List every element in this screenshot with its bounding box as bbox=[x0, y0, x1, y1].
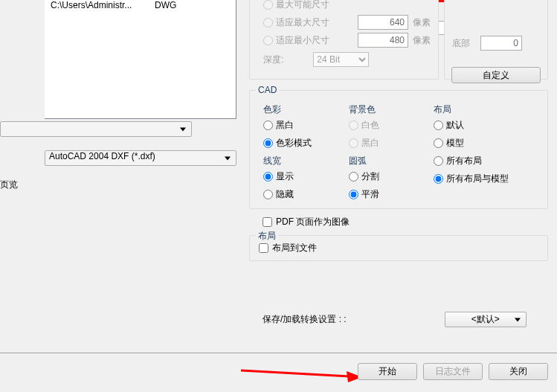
format-selected: AutoCAD 2004 DXF (*.dxf) bbox=[49, 151, 155, 161]
radio-fit-min[interactable] bbox=[263, 36, 273, 45]
pdf-as-image-row[interactable]: PDF 页面作为图像 bbox=[263, 216, 350, 228]
layout-title: 布局 bbox=[434, 103, 538, 116]
radio-arc-split[interactable] bbox=[349, 172, 358, 181]
radio-color-bw[interactable] bbox=[263, 121, 273, 130]
opt-layout-all[interactable]: 所有布局 bbox=[434, 153, 538, 168]
radio-layout-model[interactable] bbox=[434, 138, 443, 148]
bottom-row: 底部 bbox=[452, 36, 540, 51]
radio-max-possible[interactable] bbox=[263, 0, 273, 10]
color-title: 色彩 bbox=[263, 103, 345, 116]
radio-layout-default[interactable] bbox=[434, 121, 443, 130]
preview-label: 页览 bbox=[0, 179, 18, 191]
radio-arc-smooth[interactable] bbox=[349, 190, 358, 199]
radio-color-mode[interactable] bbox=[263, 138, 273, 148]
layout-to-file-label: 布局到文件 bbox=[272, 242, 317, 254]
min-size-input[interactable] bbox=[358, 33, 408, 48]
list-dropdown[interactable] bbox=[0, 121, 192, 137]
opt-fit-min[interactable]: 适应最小尺寸 像素 bbox=[263, 33, 431, 48]
customize-button[interactable]: 自定义 bbox=[451, 67, 541, 83]
opt-lw-show[interactable]: 显示 bbox=[263, 169, 345, 184]
bottom-label: 底部 bbox=[452, 37, 470, 50]
right-panel: 最大可能尺寸 适应最大尺寸 像素 适应最小尺寸 像 bbox=[249, 0, 557, 392]
list-item[interactable]: C:\Users\Administr... DWG bbox=[51, 0, 230, 10]
left-panel: C:\Users\Administr... DWG 戈列表: AutoCAD 2… bbox=[0, 0, 242, 392]
cad-group-title: CAD bbox=[256, 85, 279, 95]
preset-dropdown[interactable]: <默认> bbox=[445, 312, 527, 327]
file-list[interactable]: C:\Users\Administr... DWG bbox=[45, 0, 236, 119]
divider bbox=[0, 353, 557, 353]
radio-lw-hide[interactable] bbox=[263, 190, 273, 199]
start-button[interactable]: 开始 bbox=[358, 363, 417, 380]
radio-bg-white[interactable] bbox=[349, 121, 358, 130]
max-size-input[interactable] bbox=[358, 15, 408, 30]
radio-lw-show[interactable] bbox=[263, 172, 273, 181]
pdf-as-image-label: PDF 页面作为图像 bbox=[276, 216, 350, 228]
save-settings-row: 保存/加载转换设置 : : <默认> bbox=[263, 312, 527, 327]
opt-lw-hide[interactable]: 隐藏 bbox=[263, 187, 345, 202]
file-name: C:\Users\Administr... bbox=[51, 0, 147, 10]
opt-color-mode[interactable]: 色彩模式 bbox=[263, 135, 345, 150]
logfile-button[interactable]: 日志文件 bbox=[423, 363, 483, 380]
opt-color-bw[interactable]: 黑白 bbox=[263, 118, 345, 132]
opt-bg-white[interactable]: 白色 bbox=[349, 118, 431, 132]
opt-bg-bw[interactable]: 黑白 bbox=[349, 135, 431, 150]
radio-layout-all[interactable] bbox=[434, 156, 443, 166]
opt-layout-allmodel[interactable]: 所有布局与模型 bbox=[434, 171, 538, 186]
radio-layout-allmodel[interactable] bbox=[434, 174, 443, 184]
lineweight-title: 线宽 bbox=[263, 155, 345, 167]
save-settings-label: 保存/加载转换设置 : : bbox=[263, 313, 347, 326]
depth-row: 深度: 24 Bit bbox=[263, 52, 431, 67]
opt-arc-split[interactable]: 分割 bbox=[349, 169, 431, 184]
arc-title: 圆弧 bbox=[349, 155, 431, 167]
pdf-as-image-checkbox[interactable] bbox=[263, 217, 272, 227]
radio-fit-max[interactable] bbox=[263, 18, 273, 28]
radio-bg-bw[interactable] bbox=[349, 138, 358, 148]
close-button[interactable]: 关闭 bbox=[489, 363, 548, 380]
file-type: DWG bbox=[155, 0, 184, 10]
cad-group: CAD 色彩 黑白 色彩模式 线宽 显示 隐藏 背景色 白色 黑白 圆弧 分割 … bbox=[249, 90, 548, 209]
opt-fit-max[interactable]: 适应最大尺寸 像素 bbox=[263, 15, 431, 30]
depth-label: 深度: bbox=[263, 54, 283, 66]
image-size-group: 最大可能尺寸 适应最大尺寸 像素 适应最小尺寸 像 bbox=[249, 0, 439, 80]
opt-arc-smooth[interactable]: 平滑 bbox=[349, 187, 431, 202]
layout-to-file-checkbox[interactable] bbox=[259, 243, 268, 253]
opt-max-possible[interactable]: 最大可能尺寸 bbox=[263, 0, 431, 12]
bg-title: 背景色 bbox=[349, 103, 431, 116]
layout-group-title: 布局 bbox=[256, 230, 278, 242]
opt-layout-default[interactable]: 默认 bbox=[434, 118, 538, 132]
footer-buttons: 开始 日志文件 关闭 bbox=[358, 363, 548, 380]
opt-layout-model[interactable]: 模型 bbox=[434, 135, 538, 150]
format-dropdown[interactable]: AutoCAD 2004 DXF (*.dxf) bbox=[45, 150, 236, 166]
depth-select[interactable]: 24 Bit bbox=[313, 52, 369, 67]
bottom-input[interactable] bbox=[480, 36, 522, 51]
layout-group: 布局 布局到文件 bbox=[249, 235, 548, 261]
